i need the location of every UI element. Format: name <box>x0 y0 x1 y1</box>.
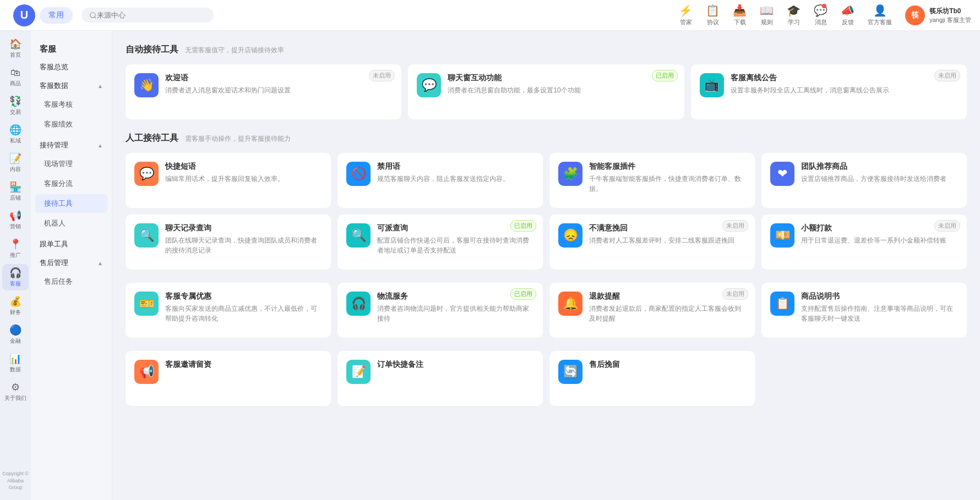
tool-deliverable-query[interactable]: 已启用 🔍 可派查询 配置店铺合作快递公司后，客服可在接待时查询消费者地址或订单… <box>337 215 543 270</box>
sidebar-item-data[interactable]: 📊 数据 <box>2 350 29 376</box>
user-avatar: 筷 <box>905 6 925 25</box>
nav-item-messages[interactable]: 💬 消息 <box>814 4 827 26</box>
tool-banned-words[interactable]: 🚫 禁用语 规范客服聊天内容，阻止客服发送指定内容。 <box>337 153 543 208</box>
offline-notice-status: 未启用 <box>934 70 960 81</box>
nav-item-manager[interactable]: ⚡ 管家 <box>679 4 693 26</box>
chevron-reception-icon: ▲ <box>97 142 103 149</box>
sidebar-footer: Copyright © Alibaba Group <box>0 470 31 500</box>
search-input[interactable] <box>97 11 202 19</box>
menu-group-reception[interactable]: 接待管理 ▲ <box>31 135 112 153</box>
cs-invite-leads-icon: 📢 <box>134 360 159 384</box>
tool-product-manual[interactable]: 📋 商品说明书 支持配置售后操作指南、注意事项等商品说明，可在客服聊天时一键发送 <box>761 283 967 338</box>
nav-item-rules[interactable]: 📖 规则 <box>760 4 774 26</box>
tool-small-payment[interactable]: 未启用 💴 小额打款 用于日常退运费、退差价等一系列小金额补偿转账 <box>761 215 967 270</box>
tool-welcome-msg[interactable]: 未启用 👋 欢迎语 消费者进入消息窗欢迎话术和热门问题设置 <box>126 64 401 119</box>
store-icon: 🏪 <box>9 181 21 193</box>
banned-words-icon: 🚫 <box>346 162 371 186</box>
menu-item-cs-divert[interactable]: 客服分流 <box>35 174 107 193</box>
search-box[interactable] <box>81 8 214 23</box>
sidebar-item-cs[interactable]: 🎧 客服 <box>2 264 29 290</box>
team-recommended-icon: ❤ <box>770 162 794 186</box>
sidebar-item-content[interactable]: 📝 内容 <box>2 150 29 176</box>
products-icon: 🛍 <box>10 67 20 79</box>
user-info: 筷乐坊Tb0 yangji 客服主管 <box>929 7 971 24</box>
sidebar-item-finance[interactable]: 💰 财务 <box>2 293 29 319</box>
menu-item-reception-tools[interactable]: 接待工具 <box>35 194 107 213</box>
chat-history-content: 聊天记录查询 团队在线聊天记录查询，快捷查询团队成员和消费者的接待消息记录 <box>165 223 322 255</box>
sidebar-item-products[interactable]: 🛍 商品 <box>2 64 29 90</box>
order-quick-note-icon: 📝 <box>346 360 371 384</box>
menu-group-tracking[interactable]: 跟单工具 <box>31 234 112 252</box>
menu-group-data[interactable]: 客服数据 ▲ <box>31 75 112 94</box>
auto-tools-grid: 未启用 👋 欢迎语 消费者进入消息窗欢迎话术和热门问题设置 已启用 💬 聊天窗互… <box>126 64 967 119</box>
nav-item-official-cs[interactable]: 👤 官方客服 <box>868 4 892 26</box>
offline-notice-icon: 📺 <box>700 73 724 97</box>
tool-chat-interactive[interactable]: 已启用 💬 聊天窗互动功能 消费者在消息窗自助功能，最多设置10个功能 <box>408 64 684 119</box>
small-payment-status: 未启用 <box>934 220 960 232</box>
user-area[interactable]: 筷 筷乐坊Tb0 yangji 客服主管 <box>905 6 971 25</box>
after-sales-tools-grid: 🎫 客服专属优惠 客服向买家发送的商品立减优惠，不计入最低价，可帮助提升咨询转化… <box>126 283 967 338</box>
sidebar-item-home[interactable]: 🏠 首页 <box>2 35 29 62</box>
chat-interactive-status: 已启用 <box>652 70 678 81</box>
sidebar-item-financial[interactable]: 🔵 金融 <box>2 321 29 348</box>
menu-group-aftersales[interactable]: 售后管理 ▲ <box>31 252 112 271</box>
tool-offline-notice[interactable]: 未启用 📺 客服离线公告 设置非服务时段全店人工离线时，消息窗离线公告展示 <box>691 64 967 119</box>
sidebar-item-promote[interactable]: 📍 推广 <box>2 235 29 262</box>
sidebar-item-trade[interactable]: 💱 交易 <box>2 92 29 119</box>
main-content: 自动接待工具 无需客服值守，提升店铺接待效率 未启用 👋 欢迎语 消费者进入消息… <box>112 31 980 500</box>
financial-icon: 🔵 <box>9 324 21 336</box>
tool-smart-cs-plugin[interactable]: 🧩 智能客服插件 千牛客服端智能客服插件，快捷查询消费者订单、数据。 <box>549 153 755 208</box>
cs-invite-leads-content: 客服邀请留资 <box>165 360 322 372</box>
tool-dissatisfied-winback[interactable]: 未启用 😞 不满意挽回 消费者对人工客服差评时，安排二线客服跟进挽回 <box>549 215 755 270</box>
tool-cs-invite-leads[interactable]: 📢 客服邀请留资 <box>126 351 331 406</box>
logistics-icon: 🎧 <box>346 292 371 316</box>
cs-discount-icon: 🎫 <box>134 292 159 316</box>
banned-words-content: 禁用语 规范客服聊天内容，阻止客服发送指定内容。 <box>377 162 534 184</box>
refund-reminder-icon: 🔔 <box>558 292 582 316</box>
smart-cs-plugin-content: 智能客服插件 千牛客服端智能客服插件，快捷查询消费者订单、数据。 <box>589 162 746 194</box>
manual-tools-subtitle: 需客服手动操作，提升客服接待能力 <box>185 135 291 142</box>
nav-tab-common[interactable]: 常用 <box>40 7 73 24</box>
sidebar-item-marketing[interactable]: 📢 营销 <box>2 207 29 233</box>
bottom-tools-grid: 📢 客服邀请留资 📝 订单快捷备注 🔄 售后挽留 <box>126 351 967 406</box>
sidebar-item-about[interactable]: ⚙ 关于我们 <box>2 378 29 405</box>
left-sidebar: 🏠 首页 🛍 商品 💱 交易 🌐 私域 📝 内容 🏪 店铺 📢 营销 📍 推广 … <box>0 31 31 500</box>
menu-group-overview[interactable]: 客服总览 <box>31 57 112 75</box>
tool-aftersales-retain[interactable]: 🔄 售后挽留 <box>549 351 755 406</box>
top-nav: U 常用 ⚡ 管家 📋 协议 📥 下载 📖 规则 🎓 学习 <box>0 0 980 31</box>
cs-icon: 🎧 <box>9 267 21 279</box>
menu-item-cs-review[interactable]: 客服考核 <box>35 95 107 114</box>
tool-team-recommended[interactable]: ❤ 团队推荐商品 设置店铺推荐商品，方便客服接待时发送给消费者 <box>761 153 967 208</box>
tool-cs-discount[interactable]: 🎫 客服专属优惠 客服向买家发送的商品立减优惠，不计入最低价，可帮助提升咨询转化 <box>126 283 331 338</box>
welcome-icon: 👋 <box>134 73 159 97</box>
about-icon: ⚙ <box>11 381 20 393</box>
private-icon: 🌐 <box>9 124 21 136</box>
team-recommended-content: 团队推荐商品 设置店铺推荐商品，方便客服接待时发送给消费者 <box>801 162 958 184</box>
smart-cs-plugin-icon: 🧩 <box>558 162 582 186</box>
quick-phrases-icon: 💬 <box>134 162 159 186</box>
svg-point-0 <box>90 12 95 17</box>
menu-item-aftersales-task[interactable]: 售后任务 <box>35 272 107 291</box>
data-icon: 📊 <box>9 353 21 365</box>
chat-interactive-icon: 💬 <box>417 73 441 97</box>
nav-item-protocol[interactable]: 📋 协议 <box>706 4 720 26</box>
menu-item-robot[interactable]: 机器人 <box>35 214 107 233</box>
quick-phrases-content: 快捷短语 编辑常用话术，提升客服回复输入效率。 <box>165 162 322 184</box>
dissatisfied-winback-status: 未启用 <box>722 220 748 232</box>
sidebar-item-private[interactable]: 🌐 私域 <box>2 121 29 147</box>
chat-interactive-content: 聊天窗互动功能 消费者在消息窗自助功能，最多设置10个功能 <box>448 73 675 95</box>
sidebar-item-store[interactable]: 🏪 店铺 <box>2 178 29 205</box>
nav-item-download[interactable]: 📥 下载 <box>733 4 747 26</box>
chevron-data-icon: ▲ <box>97 83 103 89</box>
tool-refund-reminder[interactable]: 未启用 🔔 退款提醒 消费者发起退款后，商家配置的指定人工客服会收到及时提醒 <box>549 283 755 338</box>
nav-item-learn[interactable]: 🎓 学习 <box>787 4 801 26</box>
menu-item-field-manage[interactable]: 现场管理 <box>35 155 107 173</box>
tool-order-quick-note[interactable]: 📝 订单快捷备注 <box>337 351 543 406</box>
nav-item-feedback[interactable]: 📣 反馈 <box>841 4 854 26</box>
tool-chat-history[interactable]: 🔍 聊天记录查询 团队在线聊天记录查询，快捷查询团队成员和消费者的接待消息记录 <box>126 215 331 270</box>
search-icon <box>89 12 97 19</box>
tool-logistics[interactable]: 已启用 🎧 物流服务 消费者咨询物流问题时，官方提供相关能力帮助商家接待 <box>337 283 543 338</box>
tool-quick-phrases[interactable]: 💬 快捷短语 编辑常用话术，提升客服回复输入效率。 <box>126 153 331 208</box>
menu-item-cs-performance[interactable]: 客服绩效 <box>35 115 107 134</box>
cs-discount-content: 客服专属优惠 客服向买家发送的商品立减优惠，不计入最低价，可帮助提升咨询转化 <box>165 292 322 323</box>
